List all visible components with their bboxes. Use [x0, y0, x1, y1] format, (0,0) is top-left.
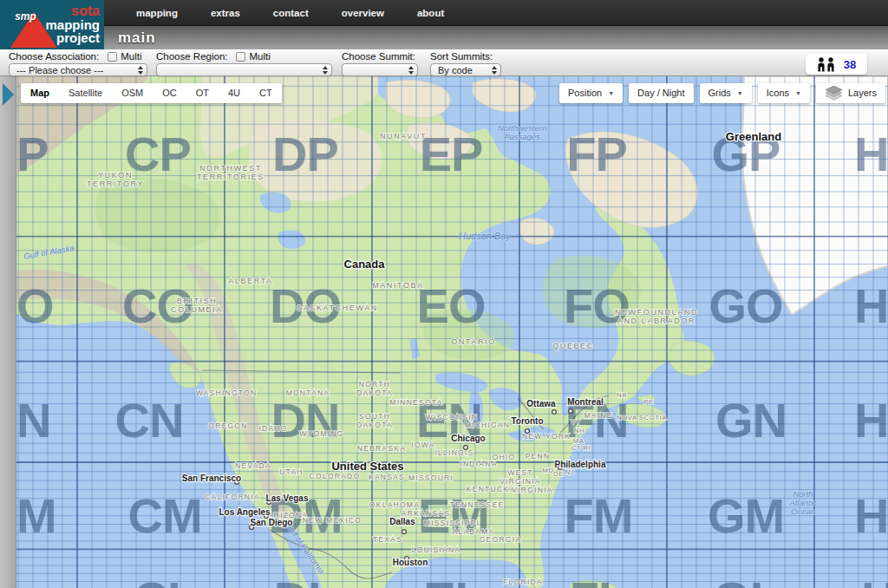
chevron-down-icon: ▼ — [795, 83, 801, 103]
map-place-label: PE — [643, 398, 653, 406]
map-place-label: NOVA SCOTIA — [617, 414, 667, 421]
grid-field-label: H — [854, 393, 888, 448]
grid-field-label: H — [861, 572, 888, 588]
layers-button[interactable]: Layers — [816, 83, 885, 103]
map-place-label: NB — [617, 391, 627, 399]
map-canvas[interactable]: PCPDPEPFPGPHOCODOEOFOGOHNCNDNENFNGNHMCMD… — [0, 76, 888, 588]
map-place-label: KENTUCKY — [467, 485, 515, 493]
position-button[interactable]: Position▼ — [559, 83, 623, 103]
chevron-down-icon: ▼ — [608, 83, 614, 103]
map-place-label: KANSAS — [369, 473, 405, 481]
map-place-label: United States — [331, 460, 403, 473]
nav-item-overview[interactable]: overview — [325, 8, 401, 18]
association-select[interactable]: --- Please choose --- — [9, 63, 147, 76]
sidebar-toggle-arrow-icon[interactable] — [3, 83, 14, 106]
grid-field-label: GL — [713, 572, 779, 588]
smp-logo-text: smp — [15, 10, 36, 23]
map-place-label: IDAHO — [258, 424, 287, 433]
map-place-label: OHIO — [493, 453, 516, 461]
sort-select[interactable]: By code — [430, 63, 501, 76]
icons-button[interactable]: Icons▼ — [758, 83, 810, 103]
map-place-label: ILLINOIS — [435, 448, 474, 457]
map-place-label: UTAH — [279, 467, 304, 476]
map-tools: Position▼Day / NightGrids▼Icons▼Layers — [559, 83, 885, 103]
region-label: Choose Region: — [156, 51, 227, 62]
map-place-label: NEBRASKA — [357, 444, 406, 453]
map-place-label: BRITISHCOLUMBIA — [171, 297, 223, 314]
city-dot — [402, 530, 407, 534]
logo-mapping-project: mapping project — [46, 18, 101, 44]
association-multi-label: Multi — [121, 51, 141, 62]
nav-item-contact[interactable]: contact — [257, 8, 325, 18]
city-label: Los Angeles — [219, 507, 271, 517]
map-place-label: OREGON — [208, 421, 247, 430]
grid-field-label: H — [854, 488, 888, 543]
map-graphic: PCPDPEPFPGPHOCODOEOFOGOHNCNDNENFNGNHMCMD… — [16, 76, 888, 588]
map-place-label: LOUISIANA — [412, 546, 461, 554]
region-group: Choose Region: Multi — [156, 51, 271, 62]
sort-group: Sort Summits: By code — [430, 51, 493, 62]
base-layer-oc[interactable]: OC — [153, 83, 186, 103]
users-online-count: 38 — [844, 58, 856, 71]
sidebar-strip — [0, 76, 16, 588]
base-layer-satellite[interactable]: Satellite — [59, 83, 112, 103]
city-label: Montreal — [567, 397, 604, 407]
map-place-label: COLORADO — [310, 472, 361, 480]
top-navbar: mappingextrascontactoverviewabout — [0, 0, 888, 25]
map-place-label: MISSOURI — [408, 474, 454, 482]
base-layer-ct[interactable]: CT — [250, 83, 282, 103]
grid-field-label: CL — [134, 572, 197, 588]
city-label: Las Vegas — [266, 493, 309, 503]
day-night-button[interactable]: Day / Night — [629, 83, 693, 103]
base-layer-osm[interactable]: OSM — [112, 83, 153, 103]
base-layer-switcher: MapSatelliteOSMOCOT4UCT — [21, 83, 282, 103]
map-place-label: VIRGINIA — [512, 486, 552, 494]
grid-field-label: DL — [274, 572, 337, 588]
map-place-label: MISSISSIPPI — [424, 519, 480, 527]
city-dot — [464, 446, 468, 450]
map-place-label: MD — [542, 467, 553, 474]
layers-icon — [825, 86, 843, 101]
map-place-label: TEXAS — [373, 535, 402, 544]
city-label: San Francisco — [182, 474, 241, 483]
map-place-label: MANITOBA — [372, 281, 424, 290]
grid-field-label: FP — [566, 127, 627, 181]
base-layer-4u[interactable]: 4U — [219, 83, 250, 103]
nav-item-about[interactable]: about — [401, 8, 460, 18]
select-stepper-icon — [408, 66, 414, 75]
summit-label: Choose Summit: — [342, 51, 415, 62]
map-place-label: SOUTHDAKOTA — [356, 412, 393, 428]
region-select[interactable] — [156, 63, 332, 76]
map-place-label: MAINE — [584, 411, 612, 420]
city-label: Ottawa — [526, 399, 556, 408]
page-title: main — [118, 26, 888, 49]
map-place-label: MINNESOTA — [389, 398, 442, 407]
grids-button[interactable]: Grids▼ — [700, 83, 752, 103]
map-place-label: NEVADA — [235, 461, 271, 470]
smp-logo[interactable]: smp sota mapping project — [0, 0, 104, 49]
grid-field-label: CN — [115, 393, 184, 448]
grid-field-label: FM — [565, 488, 633, 543]
grid-field-label: P — [16, 127, 48, 181]
city-dot — [552, 410, 557, 415]
summit-select[interactable] — [342, 63, 418, 76]
map-place-label: Greenland — [726, 130, 781, 143]
map-place-label: WYOMING — [299, 429, 343, 438]
region-multi-checkbox[interactable] — [236, 52, 245, 62]
grid-field-label: H — [854, 127, 888, 181]
base-layer-ot[interactable]: OT — [186, 83, 219, 103]
association-multi-checkbox[interactable] — [108, 52, 117, 62]
map-place-label: NEW YORK — [522, 432, 571, 441]
map-place-label: CALIFORNIA — [205, 493, 260, 501]
map-place-label: CT RI — [571, 444, 591, 452]
nav-item-mapping[interactable]: mapping — [120, 8, 194, 18]
grid-field-label: EP — [420, 127, 483, 181]
map-place-label: PENN — [526, 452, 551, 461]
city-dot — [569, 409, 573, 414]
city-label: San Diego — [251, 518, 293, 527]
map-place-label: NorthwesternPassages — [498, 123, 547, 141]
map-place-label: NORTHWESTTERRITORIES — [197, 164, 264, 181]
select-stepper-icon — [492, 66, 497, 75]
nav-item-extras[interactable]: extras — [194, 8, 257, 18]
base-layer-map[interactable]: Map — [21, 83, 59, 103]
